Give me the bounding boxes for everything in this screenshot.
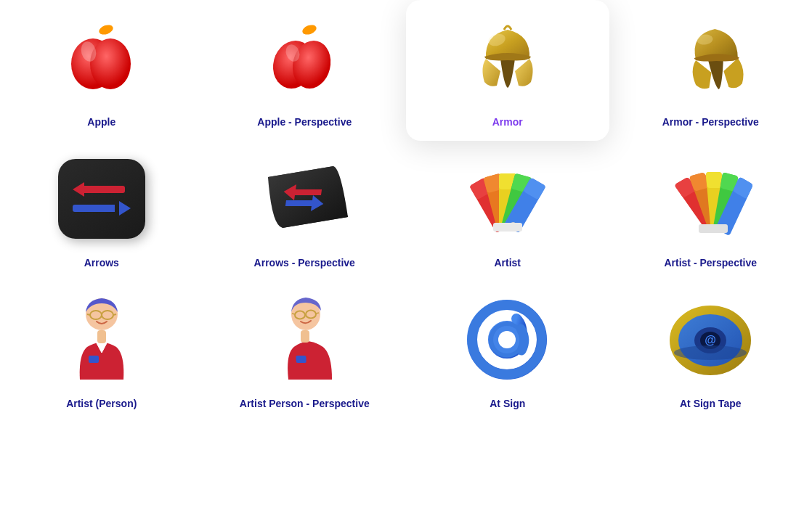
svg-line-49 (113, 314, 116, 315)
svg-rect-59 (301, 330, 309, 343)
at-tape-icon: @ (667, 298, 754, 382)
apple-perspective-icon (268, 24, 341, 93)
arrow-left (73, 183, 131, 196)
icon-wrapper-armor (457, 15, 559, 102)
icon-wrapper-artist (457, 155, 559, 242)
icon-wrapper-person-perspective (253, 296, 355, 383)
arrow-right-shaft (73, 205, 115, 212)
icon-wrapper-apple-perspective (253, 15, 355, 102)
svg-line-57 (316, 313, 319, 314)
svg-rect-51 (97, 330, 106, 343)
icon-grid: Apple Apple - Perspective (0, 0, 812, 422)
svg-line-56 (292, 314, 295, 314)
icon-cell-person-perspective[interactable]: Artist Person - Perspective (203, 282, 407, 422)
icon-cell-at-tape[interactable]: @ At Sign Tape (609, 282, 813, 422)
icon-cell-armor[interactable]: Armor (406, 0, 609, 141)
arrow-left-shaft (83, 186, 125, 193)
svg-rect-43 (699, 224, 728, 233)
icon-wrapper-person (51, 296, 153, 383)
icon-label-armor-perspective: Armor - Perspective (662, 116, 759, 128)
artist-perspective-icon (667, 159, 754, 239)
icon-wrapper-at-tape: @ (659, 296, 761, 383)
arrows-perspective-icon (257, 159, 352, 239)
icon-label-arrows-perspective: Arrows - Perspective (254, 257, 355, 269)
svg-point-68 (498, 331, 516, 348)
icon-wrapper-armor-perspective (659, 15, 761, 102)
svg-point-2 (90, 38, 131, 89)
icon-label-arrows: Arrows (84, 257, 119, 269)
icon-label-apple-perspective: Apple - Perspective (257, 116, 352, 128)
icon-cell-apple-perspective[interactable]: Apple - Perspective (203, 0, 407, 141)
icon-cell-person[interactable]: Artist (Person) (0, 282, 203, 422)
svg-line-48 (87, 314, 90, 315)
icon-wrapper-artist-perspective (659, 155, 761, 242)
apple-icon (65, 24, 138, 93)
icon-cell-armor-perspective[interactable]: Armor - Perspective (609, 0, 813, 141)
at-sign-icon: a (466, 298, 549, 382)
icon-label-artist-perspective: Artist - Perspective (664, 257, 757, 269)
icon-label-person: Artist (Person) (66, 398, 137, 409)
person-perspective-icon (268, 296, 341, 383)
svg-text:@: @ (705, 334, 716, 346)
arrows-icon (58, 159, 145, 239)
icon-label-person-perspective: Artist Person - Perspective (240, 398, 370, 409)
artist-icon (464, 159, 551, 239)
svg-rect-27 (493, 223, 522, 232)
icon-wrapper-at-sign: a (457, 296, 559, 383)
icon-cell-at-sign[interactable]: a At Sign (406, 282, 609, 422)
icon-label-at-tape: At Sign Tape (680, 398, 742, 409)
svg-rect-58 (296, 356, 307, 363)
icon-label-armor: Armor (492, 116, 523, 128)
icon-wrapper-apple (51, 15, 153, 102)
svg-point-74 (674, 345, 747, 360)
icon-cell-artist[interactable]: Artist (406, 141, 609, 282)
icon-cell-artist-perspective[interactable]: Artist - Perspective (609, 141, 813, 282)
svg-point-4 (301, 24, 318, 36)
person-icon (65, 296, 138, 383)
svg-rect-35 (706, 172, 723, 188)
armor-perspective-icon (667, 18, 754, 98)
svg-rect-50 (89, 356, 99, 363)
icon-wrapper-arrows-perspective (253, 155, 355, 242)
icon-wrapper-arrows (51, 155, 153, 242)
arrow-right (73, 202, 131, 215)
icon-label-at-sign: At Sign (490, 398, 525, 409)
icon-label-artist: Artist (494, 257, 521, 269)
icon-label-apple: Apple (87, 116, 115, 128)
icon-cell-arrows[interactable]: Arrows (0, 141, 203, 282)
icon-cell-apple[interactable]: Apple (0, 0, 203, 141)
svg-point-0 (97, 24, 114, 36)
armor-icon (464, 17, 551, 100)
icon-cell-arrows-perspective[interactable]: Arrows - Perspective (203, 141, 407, 282)
